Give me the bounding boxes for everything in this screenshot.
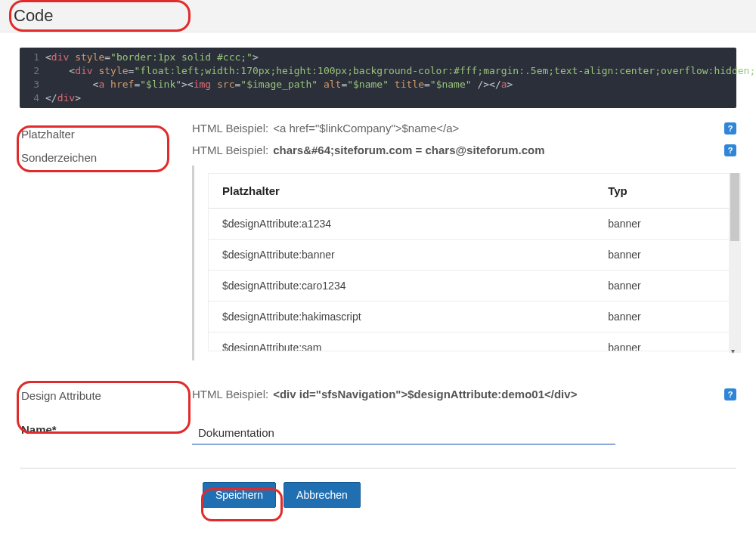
divider [20,468,736,469]
help-icon[interactable]: ? [724,144,736,156]
table-row[interactable]: $designAttribute:a1234banner [209,209,734,240]
cell-typ: banner [594,332,734,351]
name-input[interactable] [192,422,615,445]
page-title: Code [0,0,756,32]
scroll-thumb[interactable] [730,173,739,241]
placeholder-table-wrap: Platzhalter Typ $designAttribute:a1234ba… [192,165,736,360]
example2-bold: chars&#64;siteforum.com = chars@siteforu… [273,144,544,156]
sidebar-item-platzhalter[interactable]: Platzhalter [20,125,178,148]
cell-platzhalter: $designAttribute:sam [209,332,594,351]
sidebar-section-1: Platzhalter Sonderzeichen [20,117,178,360]
save-button[interactable]: Speichern [203,482,276,508]
cell-typ: banner [594,240,734,271]
code-editor[interactable]: 1 <div style="border:1px solid #ccc;"> 2… [20,48,736,108]
gutter-2: 2 [20,64,45,78]
sidebar-item-sonderzeichen[interactable]: Sonderzeichen [20,148,178,172]
title-text: Code [14,6,54,25]
table-row[interactable]: $designAttribute:sambanner [209,332,734,351]
gutter-1: 1 [20,51,45,64]
example-row-1: HTML Beispiel: <a href="$linkCompany">$n… [192,117,736,139]
scrollbar[interactable]: ▴ ▾ [729,173,741,353]
cell-typ: banner [594,302,734,332]
table-row[interactable]: $designAttribute:hakimascriptbanner [209,302,734,332]
table-scroll[interactable]: Platzhalter Typ $designAttribute:a1234ba… [209,174,734,351]
example3-bold: <div id="sfsNavigation">$designAttribute… [273,388,577,400]
example1-code: <a href="$linkCompany">$name</a> [273,122,459,135]
cell-typ: banner [594,271,734,302]
scroll-down-icon[interactable]: ▾ [731,347,739,354]
example-row-3: HTML Beispiel: <div id="sfsNavigation">$… [192,383,736,405]
table-row[interactable]: $designAttribute:bannerbanner [209,240,734,271]
design-attribute-heading: Design Attribute [20,386,178,410]
example-row-2: HTML Beispiel: chars&#64;siteforum.com =… [192,139,736,161]
example3-label: HTML Beispiel: [192,388,268,400]
name-label: Name* [20,410,178,436]
col-typ: Typ [594,174,734,209]
example1-label: HTML Beispiel: [192,122,268,135]
table-row[interactable]: $designAttribute:caro1234banner [209,271,734,302]
placeholder-table: Platzhalter Typ $designAttribute:a1234ba… [209,174,734,351]
cancel-button[interactable]: Abbrechen [284,482,361,508]
cell-typ: banner [594,209,734,240]
help-icon[interactable]: ? [724,122,736,135]
gutter-4: 4 [20,91,45,105]
cell-platzhalter: $designAttribute:caro1234 [209,271,594,302]
sidebar-section-2: Design Attribute Name* [20,383,178,445]
gutter-3: 3 [20,78,45,91]
cell-platzhalter: $designAttribute:hakimascript [209,302,594,332]
col-platzhalter: Platzhalter [209,174,594,209]
help-icon[interactable]: ? [724,388,736,400]
example2-label: HTML Beispiel: [192,144,268,156]
cell-platzhalter: $designAttribute:a1234 [209,209,594,240]
cell-platzhalter: $designAttribute:banner [209,240,594,271]
